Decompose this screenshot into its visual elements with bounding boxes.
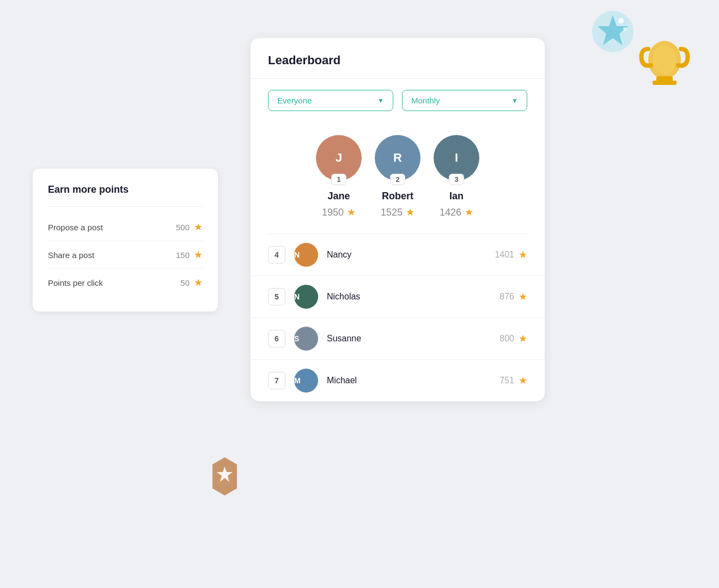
list-row-nicholas: 5 N Nicholas 876 ★ [251, 276, 545, 318]
score-value-michael: 751 [499, 376, 514, 385]
star-icon-share: ★ [194, 249, 203, 261]
list-name-nicholas: Nicholas [327, 292, 491, 302]
rank-badge-2: 2 [390, 174, 405, 185]
score-value-nicholas: 876 [499, 292, 514, 302]
earn-row-share-points: 150 [176, 250, 190, 260]
star-icon-robert: ★ [406, 206, 415, 218]
avatar-michael: M [294, 369, 318, 393]
filter-group-select[interactable]: Everyone ▼ [268, 90, 393, 111]
avatar-nancy: N [294, 243, 318, 267]
sparkle-star-icon [591, 10, 635, 53]
star-icon-click: ★ [194, 277, 203, 289]
top3-score-ian: 1426 ★ [440, 206, 473, 218]
list-score-nicholas: 876 ★ [499, 291, 527, 303]
chevron-down-icon-period: ▼ [511, 97, 518, 105]
score-value-susanne: 800 [499, 334, 514, 344]
list-rank-5: 5 [268, 288, 285, 305]
earn-card-title: Earn more points [48, 184, 203, 195]
list-row-michael: 7 M Michael 751 ★ [251, 360, 545, 401]
top3-item-3: I 3 Ian 1426 ★ [434, 135, 479, 218]
star-icon-susanne: ★ [519, 333, 527, 345]
star-icon-nancy: ★ [519, 249, 527, 261]
list-rank-4: 4 [268, 246, 285, 264]
score-value-ian: 1426 [440, 207, 461, 218]
star-icon-nicholas: ★ [519, 291, 527, 303]
earn-row-propose: Propose a post 500 ★ [48, 213, 203, 241]
list-score-michael: 751 ★ [499, 375, 527, 387]
list-name-nancy: Nancy [327, 250, 486, 260]
earn-row-click-label: Points per click [48, 278, 103, 287]
top3-score-jane: 1950 ★ [322, 206, 356, 218]
star-icon-ian: ★ [465, 206, 473, 218]
score-value-jane: 1950 [322, 207, 344, 218]
badge-icon [204, 455, 245, 498]
leaderboard-filters: Everyone ▼ Monthly ▼ [251, 79, 545, 122]
earn-row-propose-points: 500 [176, 223, 190, 232]
star-icon-jane: ★ [347, 206, 356, 218]
avatar-susanne: S [294, 327, 318, 351]
earn-row-share-label: Share a post [48, 250, 94, 260]
earn-card: Earn more points Propose a post 500 ★ Sh… [33, 169, 218, 311]
top3-score-robert: 1525 ★ [381, 206, 415, 218]
list-name-susanne: Susanne [327, 334, 491, 344]
filter-group-label: Everyone [277, 96, 312, 105]
earn-row-propose-label: Propose a post [48, 223, 103, 232]
star-icon-michael: ★ [519, 375, 527, 387]
top3-item-1: J 1 Jane 1950 ★ [316, 135, 362, 218]
top3-item-2: R 2 Robert 1525 ★ [375, 135, 421, 218]
svg-rect-6 [653, 81, 677, 85]
leaderboard-title: Leaderboard [268, 53, 527, 68]
leaderboard-card: Leaderboard Everyone ▼ Monthly ▼ J 1 [251, 38, 545, 401]
earn-row-propose-right: 500 ★ [176, 221, 203, 233]
avatar-wrapper-2: R 2 [375, 135, 421, 181]
earn-row-click-right: 50 ★ [180, 277, 203, 289]
svg-point-7 [653, 45, 677, 75]
star-icon-propose: ★ [194, 221, 203, 233]
avatar-wrapper-3: I 3 [434, 135, 479, 181]
list-rank-6: 6 [268, 330, 285, 347]
earn-row-click-points: 50 [180, 278, 190, 287]
score-value-robert: 1525 [381, 207, 403, 218]
svg-point-2 [618, 18, 624, 23]
list-score-nancy: 1401 ★ [495, 249, 527, 261]
filter-period-label: Monthly [411, 96, 440, 105]
list-row-nancy: 4 N Nancy 1401 ★ [251, 234, 545, 276]
top3-name-ian: Ian [449, 191, 464, 202]
top3-name-jane: Jane [327, 191, 350, 202]
chevron-down-icon-group: ▼ [377, 97, 384, 105]
list-row-susanne: 6 S Susanne 800 ★ [251, 318, 545, 360]
rank-badge-1: 1 [331, 174, 346, 185]
filter-period-select[interactable]: Monthly ▼ [402, 90, 527, 111]
trophy-icon [637, 30, 692, 90]
leaderboard-header: Leaderboard [251, 38, 545, 79]
list-rank-7: 7 [268, 372, 285, 389]
earn-row-click: Points per click 50 ★ [48, 269, 203, 296]
page-wrapper: Earn more points Propose a post 500 ★ Sh… [0, 0, 719, 588]
rank-badge-3: 3 [449, 174, 464, 185]
list-name-michael: Michael [327, 376, 491, 385]
earn-row-share: Share a post 150 ★ [48, 241, 203, 269]
svg-point-3 [623, 27, 626, 30]
score-value-nancy: 1401 [495, 250, 514, 260]
avatar-wrapper-1: J 1 [316, 135, 362, 181]
earn-row-share-right: 150 ★ [176, 249, 203, 261]
avatar-nicholas: N [294, 285, 318, 309]
top3-name-robert: Robert [382, 191, 413, 202]
list-score-susanne: 800 ★ [499, 333, 527, 345]
top3-section: J 1 Jane 1950 ★ R 2 Robert [251, 122, 545, 234]
